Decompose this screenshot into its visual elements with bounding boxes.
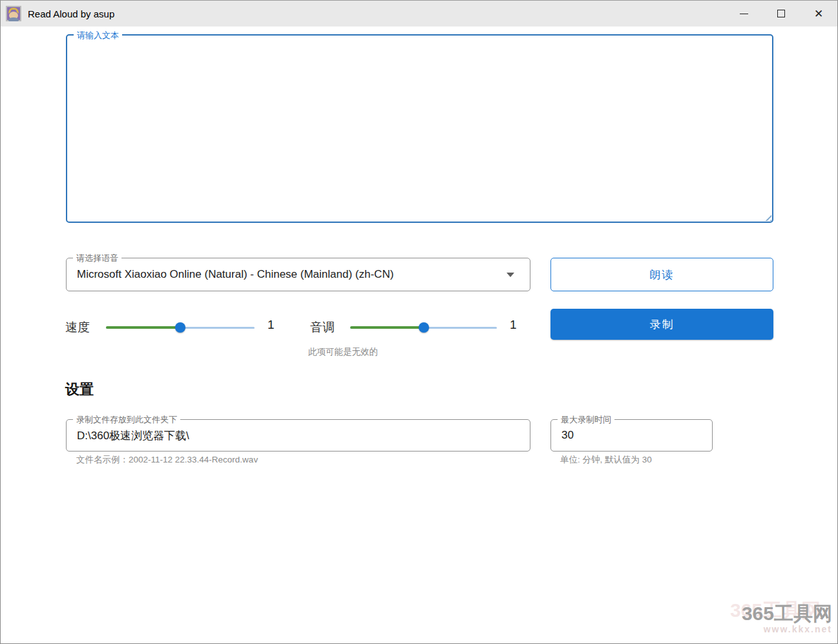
pitch-slider-thumb[interactable] — [419, 322, 429, 333]
titlebar: Read Aloud by asup ✕ — [1, 1, 837, 26]
maximize-icon — [777, 10, 785, 17]
record-button[interactable]: 录制 — [550, 309, 773, 340]
window-title: Read Aloud by asup — [28, 8, 114, 19]
watermark-ghost: 365工具网 — [730, 597, 821, 624]
chevron-down-icon — [507, 273, 514, 277]
read-aloud-button[interactable]: 朗读 — [550, 258, 773, 291]
pitch-slider-helper: 此项可能是无效的 — [308, 346, 378, 358]
speed-slider[interactable] — [106, 322, 255, 333]
max-time-field: 最大录制时间 — [550, 419, 713, 452]
text-input-label: 请输入文本 — [74, 30, 122, 41]
close-button[interactable]: ✕ — [800, 1, 837, 26]
speed-slider-thumb[interactable] — [175, 322, 185, 333]
maximize-button[interactable] — [762, 1, 800, 26]
record-folder-helper: 文件名示例：2002-11-12 22.33.44-Record.wav — [76, 454, 258, 466]
speed-slider-fill — [106, 326, 180, 329]
record-folder-field: 录制文件存放到此文件夹下 — [66, 419, 530, 452]
app-icon — [6, 6, 21, 21]
pitch-slider[interactable] — [350, 322, 497, 333]
close-icon: ✕ — [814, 8, 823, 19]
minimize-icon — [740, 14, 748, 14]
record-folder-label: 录制文件存放到此文件夹下 — [73, 414, 180, 425]
text-input[interactable] — [67, 36, 772, 222]
text-input-field: 请输入文本 — [66, 34, 773, 223]
voice-select[interactable]: 请选择语音 Microsoft Xiaoxiao Online (Natural… — [66, 258, 530, 291]
window-controls: ✕ — [725, 1, 837, 26]
watermark-subtext: www.kkx.net — [742, 624, 832, 634]
max-time-label: 最大录制时间 — [558, 414, 614, 425]
voice-select-value: Microsoft Xiaoxiao Online (Natural) - Ch… — [77, 258, 498, 291]
settings-header: 设置 — [65, 380, 94, 399]
max-time-helper: 单位: 分钟, 默认值为 30 — [560, 454, 652, 466]
speed-slider-value: 1 — [267, 318, 275, 332]
pitch-slider-label: 音调 — [310, 319, 335, 336]
pitch-slider-fill — [350, 326, 424, 329]
app-window: Read Aloud by asup ✕ 请输入文本 请选择语音 Microso… — [0, 0, 838, 644]
speed-slider-label: 速度 — [65, 319, 90, 336]
pitch-slider-value: 1 — [510, 318, 517, 332]
minimize-button[interactable] — [725, 1, 762, 26]
